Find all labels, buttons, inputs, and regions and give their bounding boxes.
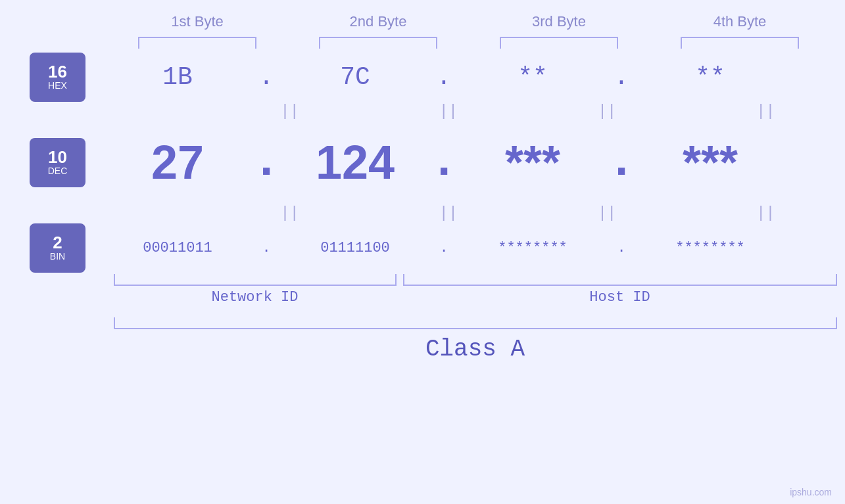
host-id-label: Host ID [403,289,837,306]
bin-value-1: 00011011 [105,240,250,256]
top-brackets-row [107,37,831,49]
hex-value-1: 1B [105,63,250,91]
dec-values-container: 27 . 124 . *** . *** [105,135,845,189]
bin-sep-2: . [427,240,460,256]
hex-sep-1: . [250,63,283,91]
top-bracket-4 [681,37,799,49]
byte-header-4: 4th Byte [667,13,812,30]
watermark: ipshu.com [790,487,832,497]
hex-values-container: 1B . 7C . ** . ** [105,63,845,91]
equals-row-1: || || || || [0,100,845,123]
hex-value-3: ** [460,63,605,91]
equals-row-2: || || || || [0,202,845,225]
network-id-label: Network ID [114,289,397,306]
equals-symbols-2: || || || || [210,204,845,222]
eq-sym-1-3: || [535,103,679,120]
bin-sep-3: . [605,240,638,256]
dec-value-4: *** [638,135,783,189]
hex-value-2: 7C [283,63,427,91]
hex-sep-3: . [605,63,638,91]
overall-bracket [114,317,837,329]
dec-value-3: *** [460,135,605,189]
dec-row: 10 DEC 27 . 124 . *** . *** [0,123,845,202]
dec-value-2: 124 [283,135,427,189]
bottom-brackets-row [114,274,837,286]
eq-sym-1-2: || [376,103,521,120]
hex-base-label: 16 HEX [30,53,85,102]
network-bracket [114,274,397,286]
eq-sym-2-2: || [376,204,521,222]
hex-row: 16 HEX 1B . 7C . ** . ** [0,54,845,100]
dec-sep-2: . [427,135,460,189]
class-label: Class A [114,336,837,363]
byte-header-2: 2nd Byte [306,13,450,30]
dec-base-label: 10 DEC [30,138,85,187]
eq-sym-2-4: || [693,204,838,222]
overall-bracket-row [114,317,837,329]
top-bracket-1 [138,37,256,49]
bin-base-number: 2 [53,234,62,251]
bin-value-2: 01111100 [283,240,427,256]
byte-header-3: 3rd Byte [487,13,631,30]
id-labels-row: Network ID Host ID [114,289,837,306]
dec-base-text: DEC [48,166,68,177]
eq-sym-2-3: || [535,204,679,222]
top-bracket-2 [319,37,437,49]
hex-value-4: ** [638,63,783,91]
eq-sym-1-4: || [693,103,838,120]
dec-sep-1: . [250,135,283,189]
dec-base-number: 10 [48,149,67,166]
dec-value-1: 27 [105,135,250,189]
bin-base-label: 2 BIN [30,223,85,273]
eq-sym-2-1: || [218,204,362,222]
bin-value-3: ******** [460,240,605,256]
bin-values-container: 00011011 . 01111100 . ******** . *******… [105,240,845,256]
byte-headers-row: 1st Byte 2nd Byte 3rd Byte 4th Byte [107,13,831,30]
bin-value-4: ******** [638,240,783,256]
main-container: 1st Byte 2nd Byte 3rd Byte 4th Byte 16 H… [0,0,845,504]
dec-sep-3: . [605,135,638,189]
equals-symbols-1: || || || || [210,103,845,120]
bin-sep-1: . [250,240,283,256]
host-bracket [403,274,837,286]
bin-row: 2 BIN 00011011 . 01111100 . ******** . *… [0,225,845,271]
top-bracket-3 [500,37,618,49]
byte-header-1: 1st Byte [125,13,270,30]
bin-base-text: BIN [50,251,65,262]
hex-base-text: HEX [48,80,67,91]
hex-sep-2: . [427,63,460,91]
hex-base-number: 16 [48,63,67,80]
eq-sym-1-1: || [218,103,362,120]
